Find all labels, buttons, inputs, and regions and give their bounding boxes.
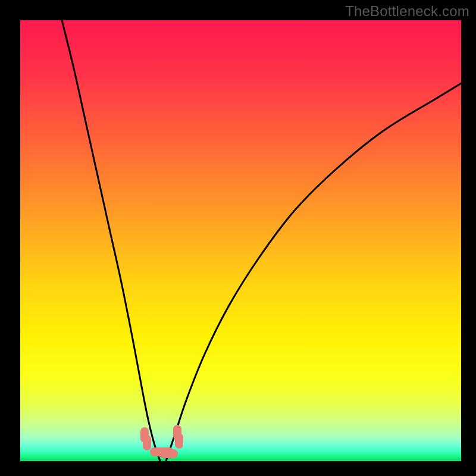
- bottleneck-curve: [20, 20, 461, 461]
- watermark-text: TheBottleneck.com: [345, 3, 469, 20]
- highlight-marker-1: [143, 435, 151, 450]
- curve-right-branch: [166, 83, 461, 461]
- highlight-marker-3: [175, 433, 183, 449]
- plot-area: [20, 20, 461, 461]
- outer-frame: TheBottleneck.com: [0, 0, 476, 476]
- curve-left-branch: [62, 20, 160, 461]
- highlight-marker-5: [159, 449, 178, 458]
